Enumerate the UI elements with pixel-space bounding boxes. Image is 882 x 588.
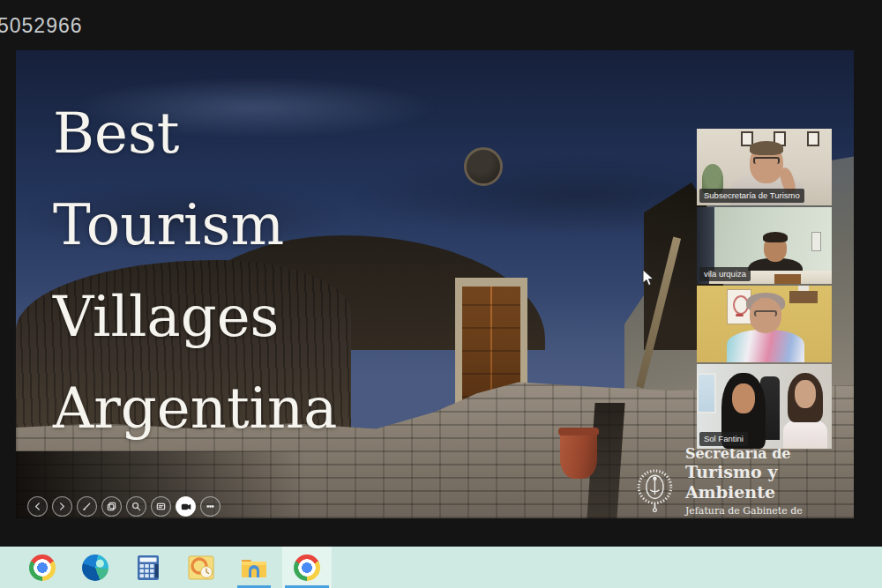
slide-overview-icon[interactable] bbox=[101, 496, 122, 517]
government-logo: Secretaría de Turismo y Ambiente Jefatur… bbox=[633, 445, 849, 518]
participant-name-label: Sol Fantini bbox=[699, 432, 748, 446]
zoom-icon[interactable] bbox=[126, 496, 146, 517]
person-left-face bbox=[732, 383, 755, 413]
notes-icon[interactable] bbox=[151, 496, 171, 517]
participant-video-3[interactable] bbox=[697, 286, 832, 362]
chrome-icon bbox=[294, 555, 320, 581]
title-line-4: Argentina bbox=[53, 362, 337, 454]
file-explorer-icon bbox=[241, 556, 267, 579]
taskbar-file-explorer[interactable] bbox=[229, 547, 279, 588]
calculator-icon bbox=[136, 555, 161, 581]
taskbar-chrome[interactable] bbox=[18, 547, 67, 588]
participant-video-1[interactable]: Subsecretaría de Turismo bbox=[697, 129, 832, 205]
wall-shelf bbox=[789, 291, 818, 303]
person-glasses bbox=[753, 157, 780, 164]
outlook-icon bbox=[188, 555, 214, 581]
taskbar-edge[interactable] bbox=[71, 547, 120, 588]
taskbar-chrome-active[interactable] bbox=[282, 547, 332, 588]
title-line-3: Villages bbox=[53, 271, 337, 362]
taskbar-outlook[interactable] bbox=[176, 547, 226, 588]
person-hair bbox=[750, 141, 783, 155]
coat-of-arms-icon bbox=[633, 462, 676, 517]
participant-video-4[interactable]: Sol Fantini bbox=[697, 364, 832, 449]
participant-name-label: vila urquiza bbox=[699, 267, 751, 281]
presentation-toolbar bbox=[27, 496, 220, 517]
logo-line-2: Turismo y Ambiente bbox=[685, 462, 849, 502]
wall-frame bbox=[807, 131, 819, 146]
meeting-id: 5052966 bbox=[0, 14, 83, 38]
round-window bbox=[464, 147, 503, 186]
terracotta-pot bbox=[560, 428, 597, 479]
title-line-2: Tourism bbox=[53, 179, 337, 271]
wall-intercom bbox=[811, 232, 821, 251]
taskbar-calculator[interactable] bbox=[123, 547, 173, 588]
window bbox=[697, 373, 716, 413]
person-glasses bbox=[754, 310, 777, 316]
title-line-1: Best bbox=[53, 87, 337, 179]
participant-video-panel: Subsecretaría de Turismo vila urquiza So… bbox=[697, 129, 832, 449]
chrome-icon bbox=[29, 555, 56, 581]
person-right-face bbox=[795, 380, 816, 408]
taskbar bbox=[0, 547, 882, 588]
participant-name-label: Subsecretaría de Turismo bbox=[699, 189, 804, 203]
desk-item bbox=[774, 274, 801, 284]
person-right-shirt bbox=[783, 419, 827, 449]
camera-icon[interactable] bbox=[176, 496, 196, 517]
slide-title: Best Tourism Villages Argentina bbox=[53, 87, 337, 454]
person-hair bbox=[763, 232, 788, 242]
mouse-cursor bbox=[642, 269, 655, 291]
more-options-icon[interactable] bbox=[200, 496, 220, 517]
participant-video-2[interactable]: vila urquiza bbox=[697, 207, 832, 284]
next-slide-icon[interactable] bbox=[52, 496, 72, 517]
pen-icon[interactable] bbox=[77, 496, 97, 517]
edge-icon bbox=[82, 555, 108, 581]
logo-line-3: Jefatura de Gabinete de Ministros bbox=[685, 504, 849, 518]
person-body bbox=[727, 330, 804, 362]
previous-slide-icon[interactable] bbox=[27, 496, 48, 517]
